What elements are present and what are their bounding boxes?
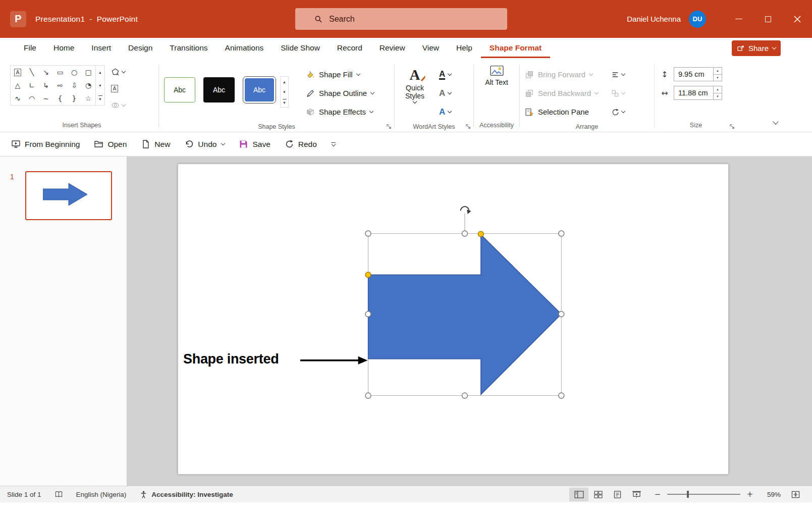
user-name[interactable]: Daniel Uchenna <box>627 15 681 23</box>
reading-view-button[interactable] <box>608 488 627 501</box>
height-spinner[interactable]: ▴▾ <box>713 68 722 81</box>
shape-left-brace-icon[interactable]: { <box>53 92 67 105</box>
shape-line-icon[interactable]: ╲ <box>25 66 39 79</box>
normal-view-button[interactable] <box>569 488 588 501</box>
tab-slide-show[interactable]: Slide Show <box>272 38 329 58</box>
slide-show-button[interactable] <box>627 488 646 501</box>
share-button[interactable]: Share <box>732 40 781 56</box>
gallery-scroll-down-button[interactable]: ▾ <box>96 79 104 92</box>
shape-effects-button[interactable]: Shape Effects <box>306 102 374 121</box>
accessibility-status-button[interactable]: Accessibility: Investigate <box>139 490 233 499</box>
shape-style-preset-2[interactable]: Abc <box>203 77 235 102</box>
shape-star-icon[interactable]: ☆ <box>81 92 95 105</box>
shape-styles-dialog-launcher-icon[interactable] <box>386 124 392 129</box>
slide-indicator[interactable]: Slide 1 of 1 <box>7 491 41 498</box>
zoom-level[interactable]: 59% <box>760 491 781 498</box>
redo-button[interactable]: Redo <box>285 139 317 149</box>
undo-button[interactable]: Undo <box>184 139 225 149</box>
language-button[interactable]: English (Nigeria) <box>76 491 127 498</box>
alt-text-button[interactable]: Alt Text <box>481 65 512 86</box>
group-objects-button[interactable] <box>611 84 625 102</box>
styles-scroll-down-button[interactable]: ▾ <box>281 87 288 97</box>
open-button[interactable]: Open <box>94 139 127 149</box>
tab-file[interactable]: File <box>15 38 45 58</box>
shape-rectangle-icon[interactable]: ▭ <box>53 66 67 79</box>
shape-height-input[interactable]: 9.95 cm ▴▾ <box>674 67 722 81</box>
shape-rounded-rectangle-icon[interactable]: ▢ <box>81 66 95 79</box>
tab-design[interactable]: Design <box>120 38 161 58</box>
shape-width-input[interactable]: 11.88 cm ▴▾ <box>674 86 722 100</box>
rotate-button[interactable] <box>611 102 625 121</box>
arrow-shape[interactable] <box>368 235 562 395</box>
save-button[interactable]: Save <box>239 139 270 149</box>
align-button[interactable] <box>611 65 625 84</box>
send-backward-button[interactable]: Send Backward <box>525 84 598 102</box>
gallery-more-button[interactable]: ▾ <box>96 92 104 105</box>
tab-insert[interactable]: Insert <box>83 38 120 58</box>
tab-review[interactable]: Review <box>371 38 414 58</box>
minimize-button[interactable] <box>724 8 753 31</box>
tab-home[interactable]: Home <box>45 38 83 58</box>
zoom-out-button[interactable]: − <box>653 490 662 499</box>
search-box[interactable]: Search <box>295 8 507 30</box>
adjustment-handles[interactable] <box>365 231 483 278</box>
slide-canvas[interactable]: Shape inserted <box>178 164 729 475</box>
styles-more-button[interactable]: ▾ <box>281 97 288 107</box>
collapse-ribbon-button[interactable] <box>774 117 778 126</box>
user-avatar[interactable]: DU <box>689 11 706 28</box>
shape-style-selected-frame: Abc <box>243 76 276 104</box>
shape-pie-icon[interactable]: ◔ <box>81 79 95 92</box>
text-effects-button[interactable]: A <box>439 102 451 121</box>
shape-style-preset-1[interactable]: Abc <box>164 77 195 102</box>
tab-animations[interactable]: Animations <box>216 38 273 58</box>
shape-arrow-right-icon[interactable]: ⇨ <box>53 79 67 92</box>
shape-fill-button[interactable]: Shape Fill <box>306 65 374 84</box>
quick-styles-button[interactable]: A Quick Styles <box>400 65 430 103</box>
tab-transitions[interactable]: Transitions <box>161 38 216 58</box>
tab-shape-format[interactable]: Shape Format <box>481 38 550 58</box>
qat-customize-button[interactable] <box>331 142 336 146</box>
shape-scribble-icon[interactable]: ∿ <box>11 92 25 105</box>
shape-right-angle-icon[interactable]: ∟ <box>25 79 39 92</box>
fit-slide-button[interactable] <box>786 488 805 501</box>
proofing-status-button[interactable] <box>55 490 63 499</box>
zoom-in-button[interactable]: + <box>745 490 754 499</box>
zoom-slider[interactable] <box>667 494 740 495</box>
group-divider <box>158 64 159 128</box>
size-dialog-launcher-icon[interactable] <box>729 124 735 129</box>
shape-arc-icon[interactable]: ◠ <box>25 92 39 105</box>
bring-forward-button[interactable]: Bring Forward <box>525 65 598 84</box>
slide-thumbnail-1[interactable] <box>25 171 112 220</box>
gallery-scroll-up-button[interactable]: ▴ <box>96 66 104 79</box>
shape-style-preset-3[interactable]: Abc <box>245 78 274 101</box>
merge-shapes-button[interactable] <box>111 98 125 112</box>
maximize-button[interactable] <box>753 8 783 31</box>
shape-line-arrow-icon[interactable]: ↘ <box>39 66 53 79</box>
shape-textbox-icon[interactable]: A <box>11 66 25 79</box>
tab-view[interactable]: View <box>414 38 448 58</box>
styles-scroll-up-button[interactable]: ▴ <box>281 77 288 87</box>
text-box-button[interactable]: A <box>111 82 125 95</box>
shape-outline-button[interactable]: Shape Outline <box>306 84 374 102</box>
from-beginning-button[interactable]: From Beginning <box>11 139 80 149</box>
selection-pane-button[interactable]: Selection Pane <box>525 102 598 121</box>
text-fill-button[interactable]: A <box>439 65 451 84</box>
edit-shape-button[interactable] <box>111 65 125 78</box>
shape-right-brace-icon[interactable]: } <box>67 92 81 105</box>
zoom-slider-thumb[interactable] <box>687 491 689 498</box>
close-button[interactable] <box>783 8 812 31</box>
shape-elbow-connector-icon[interactable]: ↳ <box>39 79 53 92</box>
alt-text-icon <box>490 65 504 77</box>
shape-triangle-icon[interactable]: △ <box>11 79 25 92</box>
shape-curve-icon[interactable]: ∼ <box>39 92 53 105</box>
width-spinner[interactable]: ▴▾ <box>713 86 722 99</box>
new-button[interactable]: New <box>141 139 170 149</box>
text-outline-button[interactable]: A <box>439 84 451 102</box>
tab-help[interactable]: Help <box>448 38 481 58</box>
shape-arrow-down-icon[interactable]: ⇩ <box>67 79 81 92</box>
rotation-handle[interactable] <box>461 207 471 214</box>
tab-record[interactable]: Record <box>329 38 371 58</box>
slide-sorter-view-button[interactable] <box>588 488 608 501</box>
shape-oval-icon[interactable]: ○ <box>67 66 81 79</box>
wordart-dialog-launcher-icon[interactable] <box>465 124 471 129</box>
